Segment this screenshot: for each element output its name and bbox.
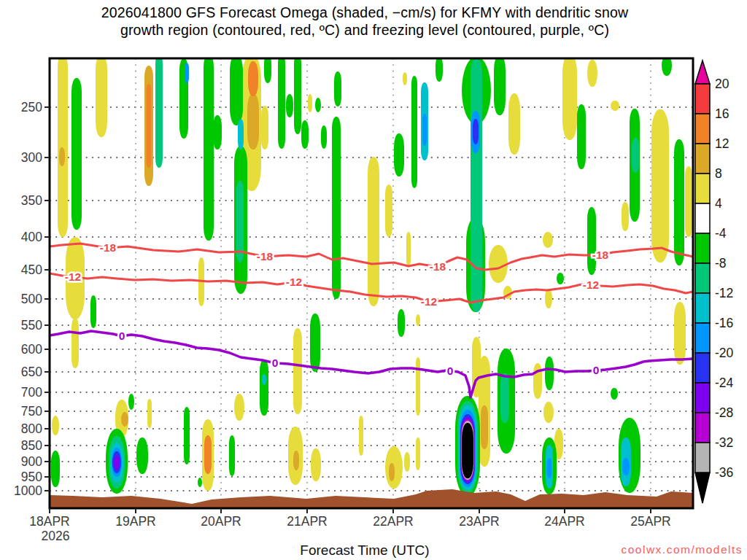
contour-label-dendritic_growth_-12C: -12: [286, 276, 302, 288]
y-tick-label: 450: [21, 262, 42, 277]
contour-label-freezing_level_0C: 0: [447, 365, 454, 377]
x-tick-label: 20APR: [201, 514, 241, 529]
colorbar-tick-label: 4: [715, 196, 722, 211]
colorbar-tick-label: -8: [715, 256, 727, 271]
omega-shaded-field: [51, 54, 692, 499]
colorbar-tick-label: -4: [715, 226, 727, 241]
colorbar-tick-label: -32: [715, 435, 733, 450]
contour-label-dendritic_growth_-18C: -18: [100, 241, 117, 254]
y-tick-label: 700: [21, 385, 42, 400]
contour-label-dendritic_growth_-12C: -12: [421, 295, 437, 308]
x-tick-label: 19APR: [115, 514, 155, 529]
y-tick-label: 850: [21, 438, 42, 453]
x-tick-label: 23APR: [459, 514, 499, 529]
y-tick-label: 650: [21, 365, 42, 379]
colorbar-tick-label: -28: [715, 405, 733, 420]
y-tick-label: 350: [21, 193, 42, 208]
colorbar: 20161284-4-8-12-16-20-24-28-32-36: [695, 61, 734, 503]
contour-label-dendritic_growth_-18C: -18: [430, 260, 446, 273]
colorbar-tick-label: 16: [715, 106, 729, 121]
contour-label-dendritic_growth_-12C: -12: [65, 271, 81, 283]
x-tick-label: 25APR: [630, 514, 670, 529]
y-axis: 2503003504004505005506006507007508008509…: [14, 100, 50, 498]
colorbar-tick-label: -20: [715, 346, 734, 360]
x-tick-label: 24APR: [544, 514, 584, 529]
y-tick-label: 250: [21, 100, 42, 114]
x-axis-year-label: 2026: [42, 529, 70, 543]
colorbar-under-triangle: [695, 472, 710, 503]
colorbar-tick-label: -36: [715, 465, 733, 480]
colorbar-tick-label: -12: [715, 286, 733, 300]
omega-cross-section-chart: -18-18-18-18-18-18-18-18-12-12-12-12-12-…: [0, 0, 747, 560]
colorbar-over-triangle: [695, 61, 710, 84]
terrain-fill: [50, 489, 693, 508]
y-tick-label: 900: [21, 454, 42, 469]
watermark-url: coolwx.com/modelts: [576, 543, 743, 556]
colorbar-tick-label: -16: [715, 316, 733, 330]
contour-label-dendritic_growth_-12C: -12: [583, 279, 599, 291]
y-tick-label: 800: [21, 421, 42, 436]
plot-area: -18-18-18-18-18-18-18-18-12-12-12-12-12-…: [50, 54, 693, 508]
y-tick-label: 600: [21, 342, 42, 357]
y-tick-label: 750: [21, 404, 42, 419]
y-tick-label: 400: [21, 230, 42, 244]
y-tick-label: 950: [21, 470, 42, 484]
colorbar-tick-label: 12: [715, 136, 729, 151]
x-tick-label: 18APR: [29, 514, 69, 529]
contour-label-freezing_level_0C: 0: [119, 330, 125, 342]
colorbar-tick-label: 20: [715, 77, 729, 91]
contour-label-dendritic_growth_-18C: -18: [592, 249, 609, 261]
forecast-cross-section-page: 2026041800 GFS Forecast Omega (shaded, −…: [0, 0, 747, 560]
x-tick-label: 21APR: [287, 514, 327, 529]
x-tick-label: 22APR: [373, 514, 413, 529]
y-tick-label: 1000: [14, 483, 42, 498]
y-tick-label: 550: [21, 318, 42, 332]
contour-label-freezing_level_0C: 0: [272, 357, 279, 369]
y-tick-label: 300: [21, 150, 42, 165]
contour-label-dendritic_growth_-18C: -18: [257, 250, 274, 262]
contour-label-freezing_level_0C: 0: [593, 364, 600, 376]
colorbar-tick-label: -24: [715, 376, 734, 390]
x-axis: 18APR202619APR20APR21APR22APR23APR24APR2…: [29, 508, 670, 543]
y-tick-label: 500: [21, 292, 42, 306]
x-axis-title: Forecast Time (UTC): [197, 542, 533, 559]
colorbar-tick-label: 8: [715, 166, 722, 181]
